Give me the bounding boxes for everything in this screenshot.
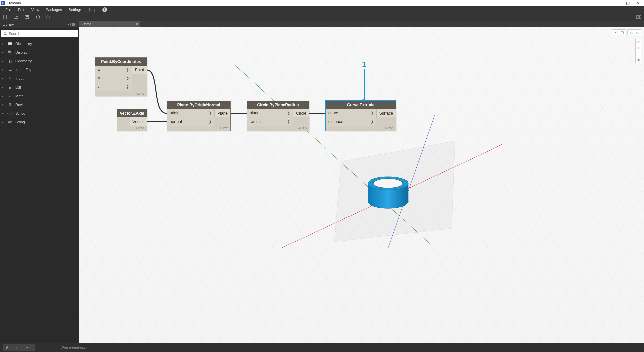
input-port-y[interactable]: y❯ [95,74,132,82]
save-icon[interactable] [24,14,30,20]
lib-label: Math [15,94,23,98]
workspace-tab-home[interactable]: Home* × [79,21,140,27]
new-file-icon[interactable] [3,14,8,20]
lib-item-revit[interactable]: ▸RRevit [0,100,79,109]
menu-view[interactable]: View [28,6,43,13]
output-port-vector[interactable]: Vector [130,117,147,126]
menu-edit[interactable]: Edit [15,6,28,13]
app-icon: R [1,1,5,5]
node-circle-byplaneradius[interactable]: Circle.ByPlaneRadius plane❯ radius❯ Circ… [247,101,309,131]
lib-item-math[interactable]: ▸x²Math [0,92,79,100]
zoom-out-button[interactable]: − [636,51,641,57]
camera-icon[interactable] [636,14,641,20]
revit-icon: R [7,103,13,107]
view-mode-graph-group[interactable]: ▭ ▭ [627,29,641,35]
chevron-right-icon: ❯ [126,84,129,89]
node-title: Plane.ByOriginNormal [167,101,230,109]
close-button[interactable]: ✕ [633,1,643,5]
lib-item-display[interactable]: ▸🔍Display [0,48,79,57]
wires [79,27,644,343]
svg-rect-3 [636,16,641,19]
menu-settings[interactable]: Settings [65,6,86,13]
search-icon [3,32,7,36]
node-view-icon: ▭ [629,30,634,35]
svg-rect-0 [4,15,7,19]
open-file-icon[interactable] [13,14,19,20]
navigation-controls: ⤢ + − ✥ [635,39,641,63]
input-port-radius[interactable]: radius❯ [247,117,293,126]
library-search[interactable] [1,30,78,37]
workspace[interactable]: Home* × [79,21,644,343]
run-mode-selector[interactable]: Automatic ▼ [3,344,35,351]
chevron-down-icon: ▼ [26,346,29,349]
node-title: Vector.ZAxis [117,109,147,117]
chevron-right-icon: ❯ [371,111,374,115]
input-port-x[interactable]: x❯ [95,66,132,74]
node-lacing: AUTO [247,126,309,131]
text-icon: Ab [7,120,13,124]
input-port-curve[interactable]: curve❯ [326,109,376,117]
chevron-right-icon: ❯ [371,119,374,124]
redo-icon[interactable] [46,14,51,20]
math-icon: x² [7,94,13,98]
lib-item-dictionary[interactable]: ▸📖Dictionary [0,39,79,48]
fit-view-button[interactable]: ⤢ [636,39,641,45]
input-port-plane[interactable]: plane❯ [247,109,293,117]
chevron-right-icon: ❯ [209,111,212,115]
input-port-z[interactable]: z❯ [95,82,132,91]
node-lacing: AUTO [326,126,396,131]
zoom-in-button[interactable]: + [636,45,641,51]
library-title: Library [3,22,66,26]
lib-item-string[interactable]: ▸AbString [0,118,79,126]
pencil-icon: ✎ [7,76,13,81]
output-port-plane[interactable]: Plane [214,109,230,117]
output-port-point[interactable]: Point [132,66,147,74]
graph-canvas[interactable]: Point.ByCoordinates x❯ y❯ z❯ Point AUTO … [79,27,644,343]
lib-item-importexport[interactable]: ▸⇄ImportExport [0,65,79,74]
swap-icon: ⇄ [7,68,13,72]
code-icon: </> [7,111,13,115]
lib-item-geometry[interactable]: ▸◧Geometry [0,57,79,65]
input-port-distance[interactable]: distance❯ [326,117,376,126]
lib-label: Input [15,76,23,80]
menu-file[interactable]: File [2,6,15,13]
node-lacing: AUTO [95,91,147,96]
undo-icon[interactable] [35,14,40,20]
chevron-right-icon: ❯ [287,119,290,124]
info-icon[interactable]: i [102,7,107,12]
workspace-tabs: Home* × [79,21,644,27]
node-curve-extrude[interactable]: Curve.Extrude curve❯ distance❯ Surface A… [325,101,396,131]
node-point-bycoordinates[interactable]: Point.ByCoordinates x❯ y❯ z❯ Point AUTO [95,57,147,96]
menu-packages[interactable]: Packages [42,6,65,13]
magnifier-icon: 🔍 [7,50,13,55]
chevron-right-icon: ❯ [126,68,129,72]
menu-help[interactable]: Help [85,6,100,13]
tab-close-button[interactable]: × [136,22,138,26]
cube-icon: ◫ [620,30,624,35]
search-input[interactable] [9,32,76,36]
node-title: Circle.ByPlaneRadius [247,101,309,109]
output-port-surface[interactable]: Surface [376,109,396,117]
output-port-circle[interactable]: Circle [293,109,309,117]
svg-rect-2 [26,15,28,17]
pan-button[interactable]: ✥ [636,57,641,63]
minimize-button[interactable]: — [612,1,623,5]
app-title: Dynamo [7,1,612,5]
chevron-right-icon: ❯ [287,111,290,115]
maximize-button[interactable]: ▢ [623,1,633,5]
link-view-icon: ▭ [635,30,640,35]
view-mode-3d-group[interactable]: ⟲ ◫ [612,29,626,35]
menubar: File Edit View Packages Settings Help i [0,6,644,13]
lib-item-list[interactable]: ▸≣List [0,83,79,92]
node-vector-zaxis[interactable]: Vector.ZAxis Vector AUTO [117,109,147,131]
node-plane-byoriginnormal[interactable]: Plane.ByOriginNormal origin❯ normal❯ Pla… [167,101,231,131]
lib-label: Script [15,111,25,115]
input-port-normal[interactable]: normal❯ [167,117,214,126]
lib-item-script[interactable]: ▸</>Script [0,109,79,118]
annotation-line [364,69,365,100]
lib-item-input[interactable]: ▸✎Input [0,74,79,83]
library-header: Library | ▾ | ☰ | [0,21,79,28]
svg-point-5 [4,32,6,35]
annotation-number-1: 1 [362,60,366,69]
input-port-origin[interactable]: origin❯ [167,109,214,117]
